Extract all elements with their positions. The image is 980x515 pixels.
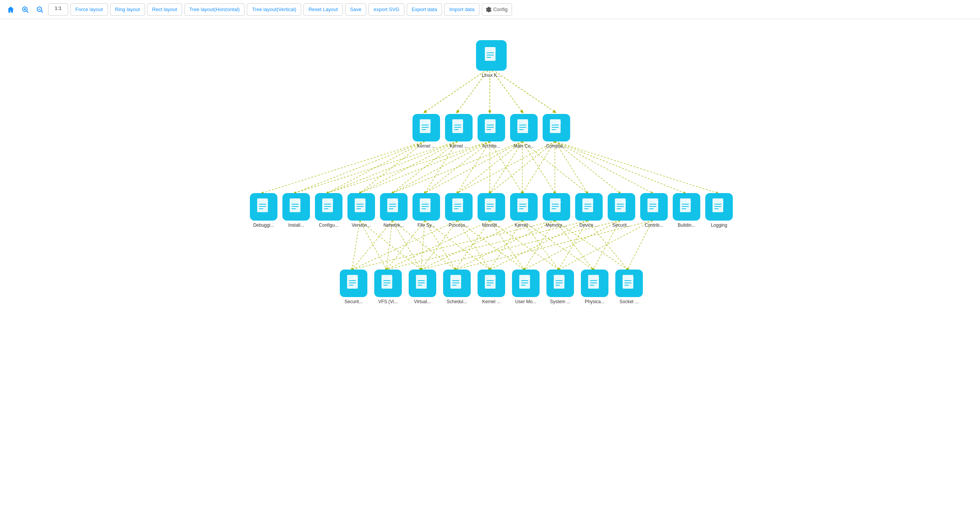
graph-node[interactable]: Contrib... [639,193,669,228]
graph-node[interactable]: Install... [281,193,311,228]
node-icon[interactable] [640,193,668,221]
graph-node[interactable]: Debuggi... [248,193,279,228]
node-label: Install... [288,223,304,228]
graph-node[interactable]: Network... [378,193,409,228]
graph-node[interactable]: Securit... [338,270,369,304]
graph-node[interactable]: Configu... [313,193,344,228]
node-label: Kernel ... [482,299,501,304]
node-label: Compila... [546,143,567,149]
node-icon[interactable] [413,193,440,221]
svg-rect-130 [452,198,463,212]
node-label: VFS (Vi... [378,299,398,304]
node-icon[interactable] [543,114,570,141]
export-data-button[interactable]: Export data [407,3,442,16]
node-icon[interactable] [413,114,440,141]
node-label: User Mo... [515,299,536,304]
node-icon[interactable] [443,270,471,297]
node-icon[interactable] [250,193,277,221]
node-icon[interactable] [445,114,473,141]
svg-line-13 [295,141,425,193]
import-data-button[interactable]: Import data [444,3,479,16]
node-icon[interactable] [315,193,342,221]
node-icon[interactable] [347,193,375,221]
svg-line-57 [457,221,490,270]
svg-line-44 [352,221,360,270]
canvas: Linux K... Kernel ... Kernel ... Archite… [0,19,980,515]
node-icon[interactable] [575,193,603,221]
node-icon[interactable] [340,270,367,297]
graph-node[interactable]: Process... [444,193,474,228]
node-icon[interactable] [512,270,540,297]
rect-layout-button[interactable]: Rect layout [147,3,182,16]
node-icon[interactable] [409,270,436,297]
graph-node[interactable]: VFS (Vi... [373,270,403,304]
node-icon[interactable] [615,270,643,297]
node-icon[interactable] [705,193,733,221]
node-icon[interactable] [510,114,538,141]
graph-node[interactable]: Archite... [476,114,507,149]
graph-node[interactable]: Securit... [606,193,637,228]
graph-node[interactable]: Buildin... [671,193,702,228]
svg-line-79 [455,221,652,270]
tree-layout-v-button[interactable]: Tree layout(Vertical) [247,3,301,16]
node-icon[interactable] [478,114,505,141]
graph-node[interactable]: Physica... [579,270,610,304]
node-label: Main Co... [514,143,535,149]
force-layout-button[interactable]: Force layout [70,3,108,16]
svg-rect-142 [550,198,561,212]
node-icon[interactable] [374,270,402,297]
svg-line-75 [587,221,628,270]
svg-line-56 [421,221,457,270]
svg-rect-114 [322,198,333,212]
node-icon[interactable] [581,270,608,297]
save-button[interactable]: Save [345,3,367,16]
graph-node[interactable]: Schedul... [442,270,472,304]
node-icon[interactable] [673,193,700,221]
graph-node[interactable]: Device ... [574,193,604,228]
graph-node[interactable]: Kernel ... [509,193,539,228]
svg-line-24 [425,141,490,193]
graph-node[interactable]: Kernel ... [411,114,442,149]
graph-node[interactable]: Logging [704,193,734,228]
graph-node[interactable]: Version... [346,193,377,228]
scale-indicator: 1:1 [48,3,68,16]
graph-node[interactable]: Virtual... [407,270,438,304]
node-icon[interactable] [510,193,538,221]
node-icon[interactable] [282,193,310,221]
graph-node[interactable]: Memory ... [541,193,572,228]
node-icon[interactable] [543,193,570,221]
graph-node[interactable]: Kernel ... [444,114,474,149]
node-icon[interactable] [476,40,507,71]
home-button[interactable] [5,4,17,15]
reset-layout-button[interactable]: Reset Layout [303,3,343,16]
node-icon[interactable] [546,270,574,297]
graph-node[interactable]: Kernel ... [476,270,507,304]
graph-node[interactable]: Socket ... [614,270,644,304]
svg-rect-190 [554,275,564,289]
graph-node[interactable]: Compila... [541,114,572,149]
svg-line-33 [522,141,555,193]
graph-node[interactable]: Linux K... [476,40,507,78]
tree-layout-h-button[interactable]: Tree layout(Horizontal) [184,3,245,16]
svg-line-53 [425,221,455,270]
export-svg-button[interactable]: export SVG [369,3,404,16]
graph-node[interactable]: User Mo... [510,270,541,304]
graph-node[interactable]: Monolit... [476,193,507,228]
graph-node[interactable]: Main Co... [509,114,539,149]
node-icon[interactable] [380,193,408,221]
node-label: Monolit... [482,223,501,228]
svg-line-34 [522,141,587,193]
node-icon[interactable] [478,193,505,221]
node-icon[interactable] [445,193,473,221]
graph-node[interactable]: File Sy... [411,193,442,228]
graph-node[interactable]: System ... [545,270,576,304]
node-icon[interactable] [478,270,505,297]
zoom-in-button[interactable] [19,4,31,15]
ring-layout-button[interactable]: Ring layout [110,3,145,16]
zoom-out-button[interactable] [34,4,46,15]
svg-rect-122 [387,198,398,212]
svg-line-14 [327,141,425,193]
config-button[interactable]: Config [482,3,512,16]
node-icon[interactable] [608,193,635,221]
svg-line-78 [593,221,620,270]
